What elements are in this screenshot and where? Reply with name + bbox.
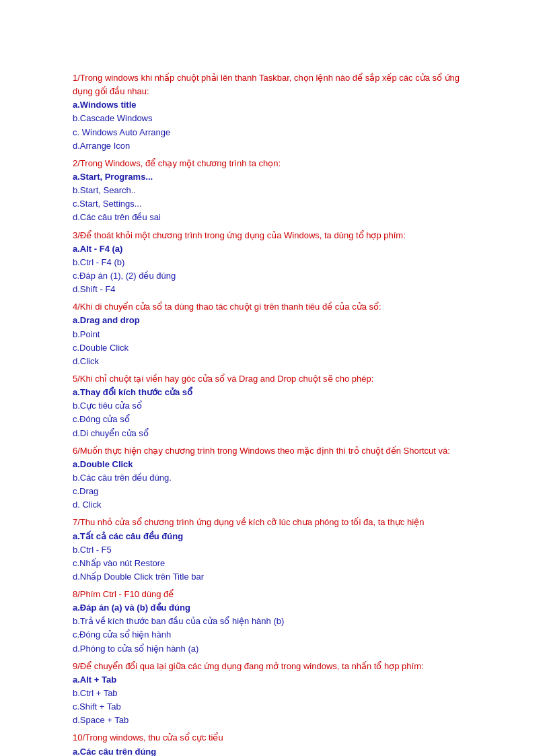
option-q5-2: c.Đóng cửa sổ (73, 413, 476, 426)
question-q10: 10/Trong windows, thu cửa sổ cực tiểu (73, 731, 476, 745)
option-q9-0: a.Alt + Tab (73, 673, 476, 687)
question-q9: 9/Để chuyển đổi qua lại giữa các ứng dụn… (73, 660, 476, 673)
option-q5-0: a.Thay đổi kích thước cửa sổ (73, 386, 476, 399)
option-q6-0: a.Double Click (73, 458, 476, 471)
option-q2-3: d.Các câu trên đều sai (73, 211, 476, 224)
option-q4-3: d.Click (73, 355, 476, 368)
option-q6-1: b.Các câu trên đều đúng. (73, 471, 476, 485)
option-q2-2: c.Start, Settings... (73, 197, 476, 211)
option-q9-3: d.Space + Tab (73, 714, 476, 727)
option-q3-0: a.Alt - F4 (a) (73, 242, 476, 256)
option-q10-0: a.Các câu trên đúng (73, 745, 476, 756)
option-q6-3: d. Click (73, 498, 476, 512)
option-q4-0: a.Drag and drop (73, 314, 476, 327)
option-q6-2: c.Drag (73, 485, 476, 498)
option-q1-0: a.Windows title (73, 98, 476, 112)
option-q4-1: b.Point (73, 328, 476, 341)
question-q6: 6/Muốn thực hiện chạy chương trình trong… (73, 444, 476, 458)
question-q5: 5/Khi chỉ chuột tại viền hay góc cửa sổ … (73, 372, 476, 386)
option-q3-3: d.Shift - F4 (73, 283, 476, 296)
option-q7-1: b.Ctrl - F5 (73, 543, 476, 557)
option-q8-2: c.Đóng cửa sổ hiện hành (73, 628, 476, 642)
option-q1-3: d.Arrange Icon (73, 139, 476, 153)
option-q9-1: b.Ctrl + Tab (73, 687, 476, 700)
option-q8-3: d.Phóng to cửa sổ hiện hành (a) (73, 642, 476, 656)
option-q4-2: c.Double Click (73, 341, 476, 355)
option-q2-1: b.Start, Search.. (73, 184, 476, 197)
option-q8-1: b.Trả về kích thước ban đầu của cửa sổ h… (73, 615, 476, 628)
question-q3: 3/Để thoát khỏi một chương trình trong ứ… (73, 229, 476, 242)
option-q8-0: a.Đáp án (a) và (b) đều đúng (73, 601, 476, 615)
option-q5-1: b.Cực tiêu cửa sổ (73, 399, 476, 413)
question-q7: 7/Thu nhỏ cửa sổ chương trình ứng dụng v… (73, 516, 476, 529)
main-content: 1/Trong windows khi nhấp chuột phải lên … (73, 71, 476, 756)
option-q7-2: c.Nhấp vào nút Restore (73, 557, 476, 570)
option-q7-3: d.Nhấp Double Click trên Title bar (73, 570, 476, 584)
option-q9-2: c.Shift + Tab (73, 700, 476, 714)
option-q7-0: a.Tất cả các câu đều đúng (73, 530, 476, 543)
option-q2-0: a.Start, Programs... (73, 170, 476, 184)
option-q3-2: c.Đáp án (1), (2) đều đúng (73, 269, 476, 283)
option-q1-2: c. Windows Auto Arrange (73, 126, 476, 139)
option-q3-1: b.Ctrl - F4 (b) (73, 256, 476, 269)
question-q4: 4/Khi di chuyển cửa sổ ta dùng thao tác … (73, 300, 476, 314)
question-q8: 8/Phím Ctrl - F10 dùng để (73, 588, 476, 601)
question-q2: 2/Trong Windows, để chạy một chương trìn… (73, 157, 476, 170)
question-q1: 1/Trong windows khi nhấp chuột phải lên … (73, 71, 476, 98)
option-q1-1: b.Cascade Windows (73, 112, 476, 125)
option-q5-3: d.Di chuyển cửa sổ (73, 427, 476, 440)
